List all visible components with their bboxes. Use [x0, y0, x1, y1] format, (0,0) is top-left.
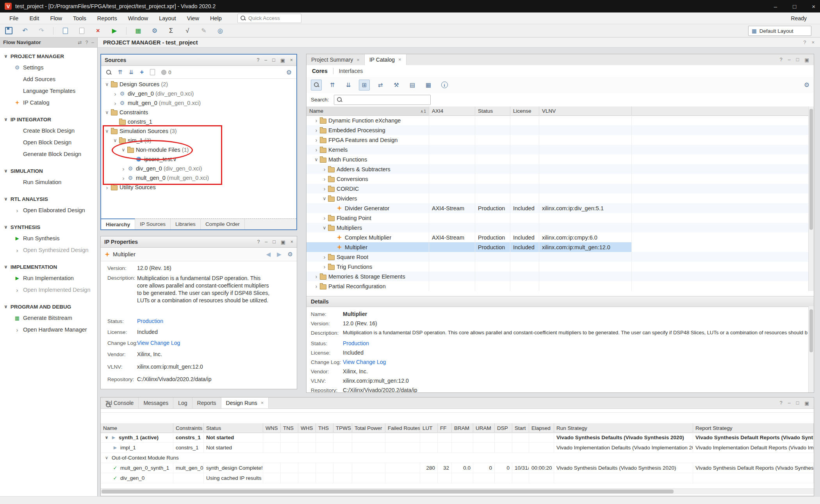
close-icon[interactable]: × [398, 57, 401, 62]
edit-icon[interactable]: ✎ [199, 26, 209, 35]
column-header[interactable]: BRAM [452, 423, 473, 433]
save-icon[interactable] [4, 26, 13, 35]
tree-row-multiplier-selected[interactable]: MultiplierProductionIncludedxilinx.com:i… [307, 242, 809, 252]
sidebar-item-language-templates[interactable]: Language Templates [0, 85, 97, 97]
expand-all-icon[interactable]: ⇊ [343, 80, 354, 91]
tree-row-sim-1[interactable]: ∨ sim_1 (3) [101, 136, 296, 145]
sidebar-item-generate-bitstream[interactable]: ▦ Generate Bitstream [0, 312, 97, 324]
tab-compile-order[interactable]: Compile Order [201, 219, 245, 229]
forward-icon[interactable]: ▶ [277, 251, 282, 258]
change-log-link[interactable]: View Change Log [137, 340, 180, 346]
tree-row[interactable]: ›Embedded Processing [307, 125, 809, 135]
run-row-group-ooc[interactable]: ∨Out-of-Context Module Runs [101, 453, 814, 463]
tree-row[interactable]: ›Memories & Storage Elements [307, 272, 809, 281]
subtab-interfaces[interactable]: Interfaces [338, 68, 364, 74]
quick-access-search[interactable]: Quick Access [237, 14, 301, 23]
column-header[interactable]: Report Strategy [693, 423, 814, 433]
minimize-icon[interactable]: – [774, 3, 777, 10]
target-icon[interactable]: ◎ [216, 26, 225, 35]
sum-icon[interactable]: Σ [166, 26, 176, 35]
chevron-right-icon[interactable]: › [112, 91, 119, 97]
tree-row[interactable]: ›Adders & Subtracters [307, 164, 809, 174]
restore-view-icon[interactable]: ⇄ [375, 80, 386, 91]
column-header-vlnv[interactable]: VLNV [539, 106, 632, 115]
tree-row-non-module-files[interactable]: ∨ Non-module Files (1) [101, 145, 296, 154]
tree-row[interactable]: ›Conversions [307, 174, 809, 184]
minimize-icon[interactable]: – [264, 57, 267, 63]
column-header[interactable]: Elapsed [529, 423, 554, 433]
sidebar-item-add-sources[interactable]: Add Sources [0, 73, 97, 85]
tree-row-utility-sources[interactable]: › Utility Sources [101, 183, 296, 192]
scrollbar-thumb[interactable] [809, 309, 813, 352]
tab-libraries[interactable]: Libraries [171, 219, 201, 229]
tree-row[interactable]: ›Partial Reconfiguration [307, 281, 809, 291]
sidebar-item-open-synthesized-design[interactable]: › Open Synthesized Design [0, 244, 97, 256]
minimize-icon[interactable]: – [265, 239, 267, 245]
run-row-mult-gen-synth[interactable]: ✓mult_gen_0_synth_1 mult_gen_0 synth_des… [101, 463, 814, 473]
tree-row-simulation-sources[interactable]: ∨ Simulation Sources (3) [101, 126, 296, 136]
chevron-right-icon[interactable]: › [16, 208, 18, 213]
chevron-right-icon[interactable]: › [321, 215, 328, 221]
maximize-icon[interactable]: □ [793, 3, 796, 10]
tree-row[interactable]: ›FPGA Features and Design [307, 135, 809, 145]
menu-window[interactable]: Window [123, 12, 154, 24]
open-file-icon[interactable] [150, 69, 155, 75]
tree-row[interactable]: ›Floating Point [307, 213, 809, 223]
column-header[interactable]: WNS [263, 423, 281, 433]
tree-row-divider-generator[interactable]: Divider GeneratorAXI4-StreamProductionIn… [307, 203, 809, 213]
chevron-right-icon[interactable]: › [321, 264, 328, 270]
column-header[interactable]: Start [512, 423, 529, 433]
section-synthesis[interactable]: ∨ SYNTHESIS [0, 222, 97, 232]
chevron-down-icon[interactable]: ∨ [103, 128, 111, 134]
sidebar-item-run-synthesis[interactable]: ▶ Run Synthesis [0, 232, 97, 244]
chevron-right-icon[interactable]: › [120, 166, 127, 172]
section-project-manager[interactable]: ∨ PROJECT MANAGER [0, 51, 97, 62]
help-icon[interactable]: ? [257, 239, 260, 245]
tree-row-ipcore-test[interactable]: ipcore_test.v [101, 154, 296, 164]
tree-row[interactable]: ›Dynamic Function eXchange [307, 115, 809, 125]
dock-icon[interactable]: ⇄ [78, 40, 82, 45]
collapse-all-icon[interactable]: ⇈ [327, 80, 338, 91]
tree-row-sim-mult-gen[interactable]: › ⚙ mult_gen_0 (mult_gen_0.xci) [101, 173, 296, 183]
copy-icon[interactable] [61, 26, 70, 35]
run-row-impl-1[interactable]: ▶impl_1 constrs_1 Not started Vivado Imp… [101, 443, 814, 453]
tree-row[interactable]: ›Square Root [307, 252, 809, 262]
catalog-scrollbar[interactable] [808, 106, 814, 291]
tab-ip-catalog[interactable]: IP Catalog × [365, 54, 406, 65]
sidebar-item-run-simulation[interactable]: Run Simulation [0, 176, 97, 188]
float-icon[interactable]: ▣ [281, 239, 285, 245]
scrollbar-thumb[interactable] [102, 490, 674, 493]
collapse-all-icon[interactable]: ⇈ [118, 69, 123, 75]
tab-messages[interactable]: Messages [139, 398, 173, 408]
layout-selector[interactable]: ▦ Default Layout [748, 26, 811, 36]
catalog-search-input[interactable] [334, 95, 431, 105]
maximize-icon[interactable]: □ [796, 57, 799, 62]
sidebar-item-generate-block-design[interactable]: Generate Block Design [0, 148, 97, 160]
chevron-right-icon[interactable]: › [103, 185, 111, 190]
back-icon[interactable]: ◀ [266, 251, 271, 258]
gear-icon[interactable]: ⚙ [286, 69, 292, 76]
menu-edit[interactable]: Edit [24, 12, 45, 24]
tree-row-sim-div-gen[interactable]: › ⚙ div_gen_0 (div_gen_0.xci) [101, 164, 296, 173]
run-row-div-gen[interactable]: ✓div_gen_0 Using cached IP results [101, 473, 814, 483]
section-ip-integrator[interactable]: ∨ IP INTEGRATOR [0, 114, 97, 125]
tree-row[interactable]: ›Kernels [307, 145, 809, 154]
float-icon[interactable]: ▣ [804, 57, 809, 63]
hierarchy-view-icon[interactable]: ⊞ [359, 80, 370, 91]
help-icon[interactable]: ? [780, 400, 783, 406]
chevron-right-icon[interactable]: › [321, 166, 328, 172]
column-header[interactable]: Total Power [352, 423, 385, 433]
help-icon[interactable]: ? [803, 39, 806, 45]
help-icon[interactable]: ? [780, 57, 783, 62]
column-header[interactable]: Constraints [173, 423, 204, 433]
column-header[interactable]: Failed Routes [385, 423, 420, 433]
chevron-down-icon[interactable]: ∨ [321, 225, 328, 231]
ip-properties-header[interactable]: IP Properties ? – □ ▣ × [101, 236, 297, 248]
close-icon[interactable]: × [812, 3, 815, 10]
maximize-icon[interactable]: □ [272, 57, 275, 63]
help-icon[interactable]: ? [257, 57, 259, 63]
tree-row[interactable]: ∨Math Functions [307, 154, 809, 164]
column-header[interactable]: Run Strategy [554, 423, 693, 433]
tree-row-constrs-1[interactable]: constrs_1 [101, 117, 296, 126]
collapse-panel-icon[interactable]: – [91, 40, 94, 45]
